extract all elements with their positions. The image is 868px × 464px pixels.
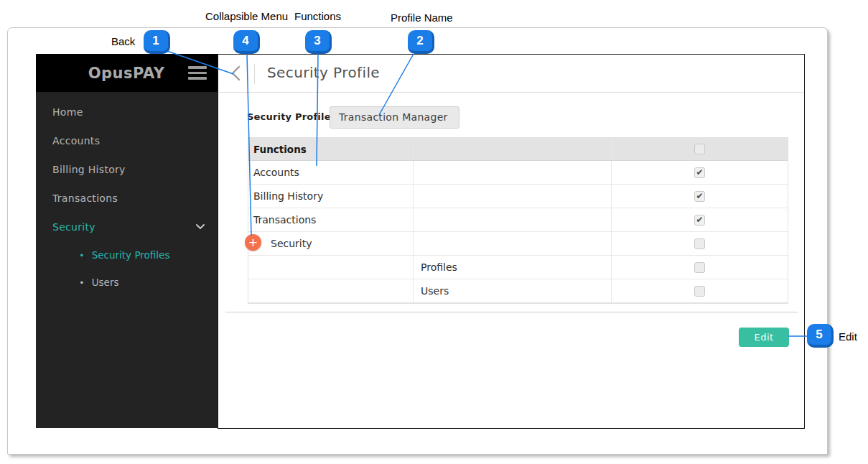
hamburger-menu-icon[interactable] [188,66,207,80]
profile-name-input[interactable]: Transaction Manager [330,106,459,129]
annotation-badge-5: 5 [807,324,834,348]
sidebar-item-security[interactable]: Security [36,213,218,241]
sidebar-item-security-profiles[interactable]: • Security Profiles [36,241,218,269]
sidebar-item-label: Billing History [52,164,126,175]
transactions-checkbox[interactable]: ✔ [694,215,705,226]
function-name: Security [248,232,414,255]
table-header-spacer [414,138,612,160]
function-name: Transactions [248,208,414,231]
table-row-profiles: Profiles [248,256,788,279]
bullet-icon: • [79,250,85,261]
annotation-label-functions: Functions [294,10,341,22]
sidebar: OpusPAY Home Accounts Billing History Tr… [36,54,218,428]
table-row-billing-history: Billing History ✔ [248,185,788,208]
table-row-accounts: Accounts ✔ [248,161,788,185]
chevron-down-icon [196,224,205,230]
subfunction-name [414,161,612,184]
back-chevron-icon [228,64,244,83]
sidebar-item-label: Security Profiles [92,249,170,261]
sidebar-nav: Home Accounts Billing History Transactio… [36,92,218,296]
profile-name-label-text: Security Profile [247,111,331,122]
function-name [248,256,414,279]
content-divider [225,312,798,312]
sidebar-item-label: Security [52,221,95,233]
select-all-checkbox[interactable] [694,144,705,154]
back-button[interactable] [228,64,244,83]
annotation-label-collapsible-menu: Collapsible Menu [205,10,288,22]
page-header: Security Profile [218,55,804,93]
edit-button[interactable]: Edit [739,328,789,347]
function-name: Billing History [248,185,414,208]
page: OpusPAY Home Accounts Billing History Tr… [0,0,868,464]
function-name [248,279,414,302]
table-header-row: Functions [248,138,788,161]
table-row-users: Users [248,279,788,303]
sidebar-item-billing-history[interactable]: Billing History [36,155,218,184]
bullet-icon: • [79,277,85,288]
accounts-checkbox[interactable]: ✔ [694,167,705,178]
billing-history-checkbox[interactable]: ✔ [694,191,705,202]
sidebar-item-users[interactable]: • Users [36,269,218,296]
brand-logo: OpusPAY [76,65,177,82]
table-row-security: Security [248,232,788,256]
profile-name-label: Security Profile* [247,111,338,122]
table-header-functions: Functions [248,138,414,160]
sidebar-item-label: Home [52,106,83,118]
subfunction-name [414,232,612,255]
sidebar-item-label: Accounts [52,135,100,147]
annotation-label-profile-name: Profile Name [391,11,453,24]
annotation-badge-1: 1 [144,30,170,54]
header-divider [254,64,255,84]
subfunction-name: Profiles [414,256,612,279]
annotation-label-back: Back [111,35,135,47]
annotation-badge-2: 2 [408,30,434,54]
subfunction-name [414,185,612,208]
sidebar-item-transactions[interactable]: Transactions [36,184,218,213]
subfunction-name: Users [414,279,612,302]
main-panel: Security Profile Security Profile* Trans… [218,54,805,429]
annotation-badge-3: 3 [305,30,332,54]
sidebar-item-accounts[interactable]: Accounts [36,126,218,155]
functions-table: Functions Accounts ✔ Billing History ✔ T… [248,137,788,304]
subfunction-name [414,208,612,231]
profiles-checkbox[interactable] [694,262,705,273]
security-checkbox[interactable] [694,238,705,249]
sidebar-item-label: Users [92,277,119,288]
users-checkbox[interactable] [694,286,705,297]
sidebar-item-label: Transactions [52,192,118,204]
page-title: Security Profile [267,64,380,81]
expand-security-plus-icon[interactable]: + [245,234,261,251]
sidebar-header: OpusPAY [36,54,218,92]
annotation-label-edit: Edit [839,330,857,343]
annotation-badge-4: 4 [233,30,260,54]
table-row-transactions: Transactions ✔ [248,208,788,232]
function-name: Accounts [248,161,414,184]
sidebar-item-home[interactable]: Home [36,98,218,126]
